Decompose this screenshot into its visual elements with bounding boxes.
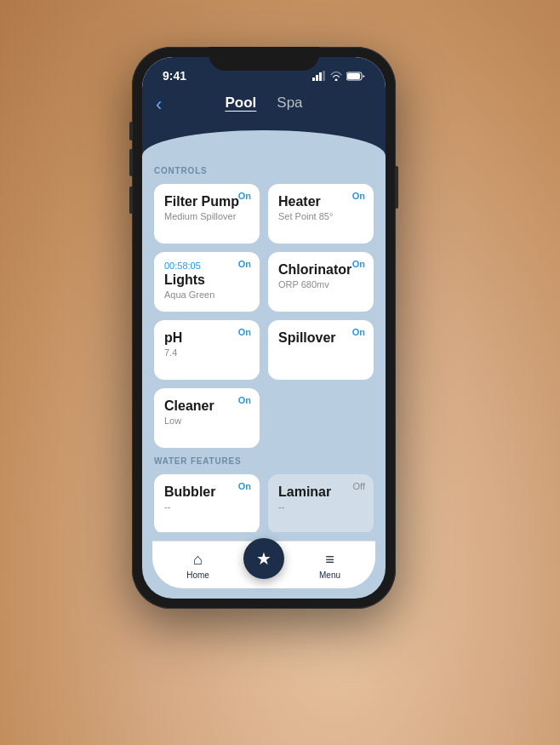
wave-divider [142,130,386,156]
chlorinator-subtitle: ORP 680mv [278,279,363,289]
water-features-label: WATER FEATURES [154,456,374,466]
controls-section-label: CONTROLS [154,166,374,175]
filter-pump-status: On [238,191,251,201]
ph-status: On [238,327,251,337]
laminar-title: Laminar [278,484,363,500]
svg-rect-1 [316,75,318,81]
lights-card[interactable]: On 00:58:05 Lights Aqua Green [154,252,260,312]
menu-icon: ≡ [325,551,334,569]
chlorinator-status: On [352,259,365,269]
chlorinator-card[interactable]: On Chlorinator ORP 680mv [268,252,374,312]
phone-wrapper: 9:41 [0,0,560,745]
back-button[interactable]: ‹ [156,94,162,116]
svg-rect-2 [319,72,322,81]
star-icon: ★ [256,548,271,569]
ph-subtitle: 7.4 [164,347,249,358]
signal-icon [312,71,326,81]
bottom-nav: ⌂ Home ★ ≡ Menu [152,541,375,588]
nav-menu-label: Menu [319,570,340,580]
cleaner-row: On Cleaner Low [154,388,374,448]
battery-icon [346,72,365,81]
laminar-subtitle: -- [278,501,363,512]
laminar-card[interactable]: Off Laminar -- [268,474,374,532]
status-time: 9:41 [163,69,186,83]
filter-pump-title: Filter Pump [164,194,249,209]
heater-subtitle: Set Point 85° [278,211,363,221]
heater-card[interactable]: On Heater Set Point 85° [268,184,374,244]
lights-subtitle: Aqua Green [164,289,249,300]
filter-pump-subtitle: Medium Spillover [164,211,249,221]
lights-timer: 00:58:05 [164,261,249,271]
cleaner-subtitle: Low [164,415,249,426]
controls-row-3: On pH 7.4 On Spillover [154,320,374,380]
lights-status: On [238,259,251,269]
tab-pool[interactable]: Pool [225,95,256,115]
volume-down-button[interactable] [129,186,133,214]
bubbler-status: On [238,481,251,491]
svg-rect-5 [347,73,360,79]
tab-bar: Pool Spa [159,95,369,115]
mute-button[interactable] [129,122,133,140]
svg-rect-0 [312,77,315,81]
phone-shell: 9:41 [132,47,396,609]
nav-favorites-fab[interactable]: ★ [243,538,284,579]
tab-spa[interactable]: Spa [277,95,302,115]
water-features-row: On Bubbler -- Off Laminar -- [154,474,374,532]
phone-screen: 9:41 [142,57,386,599]
heater-status: On [352,191,365,201]
wifi-icon [330,72,342,81]
ph-card[interactable]: On pH 7.4 [154,320,260,380]
svg-rect-3 [323,71,325,81]
controls-row-2: On 00:58:05 Lights Aqua Green On Chlorin… [154,252,374,312]
bubbler-subtitle: -- [164,501,249,512]
spillover-status: On [352,327,365,337]
volume-up-button[interactable] [129,149,133,176]
bubbler-title: Bubbler [164,484,249,500]
home-icon: ⌂ [193,551,203,569]
app-header: ‹ Pool Spa [142,95,386,130]
main-content: CONTROLS On Filter Pump Medium Spillover… [142,156,386,532]
filter-pump-card[interactable]: On Filter Pump Medium Spillover [154,184,260,244]
power-button[interactable] [395,166,398,209]
spillover-card[interactable]: On Spillover [268,320,374,380]
nav-menu[interactable]: ≡ Menu [284,551,375,580]
ph-title: pH [164,330,249,346]
nav-home[interactable]: ⌂ Home [152,551,243,580]
cleaner-card[interactable]: On Cleaner Low [154,388,260,448]
heater-title: Heater [278,194,363,209]
lights-title: Lights [164,272,249,288]
bubbler-card[interactable]: On Bubbler -- [154,474,260,532]
cleaner-title: Cleaner [164,398,249,414]
spillover-title: Spillover [278,330,363,346]
laminar-status: Off [353,481,365,491]
notch [209,47,319,71]
controls-row-1: On Filter Pump Medium Spillover On Heate… [154,184,374,244]
chlorinator-title: Chlorinator [278,262,363,278]
cleaner-status: On [238,395,251,405]
nav-home-label: Home [186,570,209,580]
status-icons [312,71,365,81]
